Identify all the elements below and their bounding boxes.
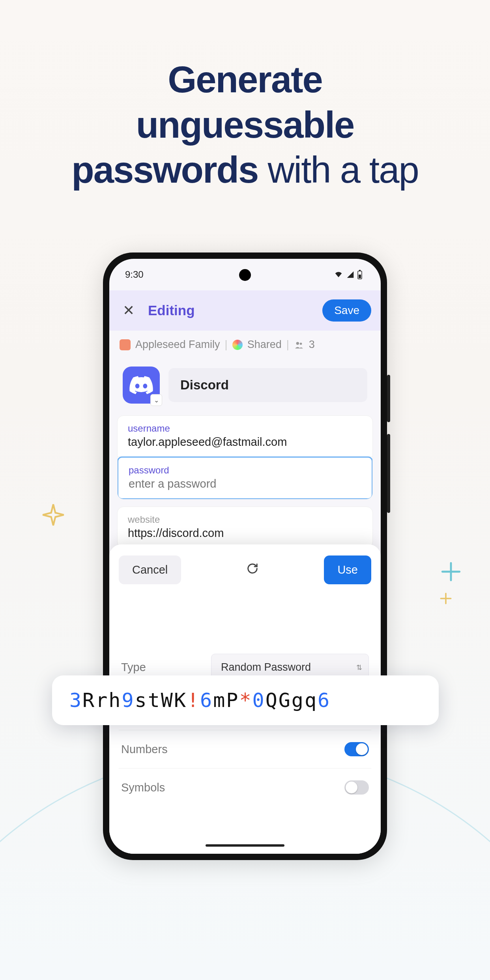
shared-icon [232, 340, 243, 350]
password-char: 9 [122, 689, 135, 712]
wifi-icon [333, 271, 344, 279]
edit-title: Editing [148, 303, 313, 318]
save-button[interactable]: Save [322, 299, 371, 322]
username-field[interactable]: username [118, 416, 372, 457]
home-indicator[interactable] [206, 844, 284, 847]
password-char: 6 [318, 689, 331, 712]
headline-line3-rest: with a tap [258, 149, 418, 191]
item-title[interactable]: Discord [168, 368, 367, 402]
password-char: s [135, 689, 148, 712]
symbols-label: Symbols [121, 781, 165, 794]
svg-rect-1 [359, 270, 361, 271]
people-icon [294, 340, 304, 349]
crumb-separator: | [225, 339, 228, 351]
discord-icon [129, 376, 153, 394]
generator-symbols-row: Symbols [119, 769, 371, 806]
numbers-label: Numbers [121, 743, 168, 756]
vault-icon [120, 339, 131, 350]
close-icon[interactable]: ✕ [119, 298, 138, 323]
chevron-down-icon[interactable]: ⌄ [150, 394, 162, 406]
website-label: website [128, 514, 362, 525]
password-char: m [213, 689, 226, 712]
website-card: website [117, 507, 373, 548]
password-char: t [148, 689, 161, 712]
camera-dot [239, 269, 251, 281]
password-char: K [174, 689, 187, 712]
numbers-toggle[interactable] [344, 742, 369, 756]
password-char: R [82, 689, 95, 712]
sparkle-icon [41, 502, 66, 527]
headline: Generate unguessable passwords with a ta… [0, 57, 490, 193]
plus-icon [440, 560, 462, 583]
svg-point-4 [300, 342, 302, 345]
symbols-toggle[interactable] [344, 780, 369, 795]
password-char: * [239, 689, 252, 712]
volume-button [387, 434, 390, 513]
password-char: G [279, 689, 292, 712]
generator-actions: Cancel Use [119, 555, 371, 584]
generator-numbers-row: Numbers [119, 730, 371, 769]
type-label: Type [121, 661, 146, 674]
website-field[interactable]: website [118, 507, 372, 548]
password-char: 3 [69, 689, 82, 712]
use-button[interactable]: Use [324, 555, 371, 584]
battery-icon [357, 270, 363, 279]
password-input[interactable] [129, 477, 361, 490]
password-char: r [95, 689, 108, 712]
crumb-people-count: 3 [309, 339, 315, 351]
phone-frame: 9:30 ✕ Editing Save Appleseed Family | S… [103, 252, 387, 860]
password-char: g [292, 689, 305, 712]
crumb-separator: | [286, 339, 289, 351]
password-char: W [161, 689, 174, 712]
generated-password: 3Rrh9stWK!6mP*0QGgq6 [52, 675, 439, 725]
svg-rect-2 [359, 275, 361, 278]
password-char: 6 [200, 689, 213, 712]
plus-icon [439, 592, 453, 605]
password-char: 0 [252, 689, 266, 712]
password-label: password [129, 465, 361, 476]
password-char: P [226, 689, 239, 712]
headline-line1: Generate [168, 59, 322, 100]
headline-line2: unguessable [136, 104, 354, 146]
headline-line3-bold: passwords [71, 149, 258, 191]
crumb-vault[interactable]: Appleseed Family [135, 339, 220, 351]
signal-icon [346, 271, 355, 279]
password-field[interactable]: password [117, 456, 373, 499]
cancel-button[interactable]: Cancel [119, 555, 181, 584]
password-char: Q [266, 689, 279, 712]
password-char: q [305, 689, 318, 712]
phone-screen: 9:30 ✕ Editing Save Appleseed Family | S… [109, 259, 381, 854]
power-button [387, 375, 390, 422]
status-time: 9:30 [125, 269, 144, 280]
svg-point-3 [296, 342, 299, 344]
crumb-shared[interactable]: Shared [247, 339, 282, 351]
refresh-icon[interactable] [242, 558, 263, 582]
website-input[interactable] [128, 527, 362, 540]
edit-header: ✕ Editing Save [109, 290, 381, 331]
username-label: username [128, 423, 362, 434]
password-char: h [108, 689, 122, 712]
username-input[interactable] [128, 436, 362, 449]
password-char: ! [187, 689, 200, 712]
item-icon[interactable]: ⌄ [123, 367, 160, 404]
breadcrumb: Appleseed Family | Shared | 3 [109, 331, 381, 358]
fields-card: username password [117, 415, 373, 499]
title-row: ⌄ Discord [109, 358, 381, 415]
